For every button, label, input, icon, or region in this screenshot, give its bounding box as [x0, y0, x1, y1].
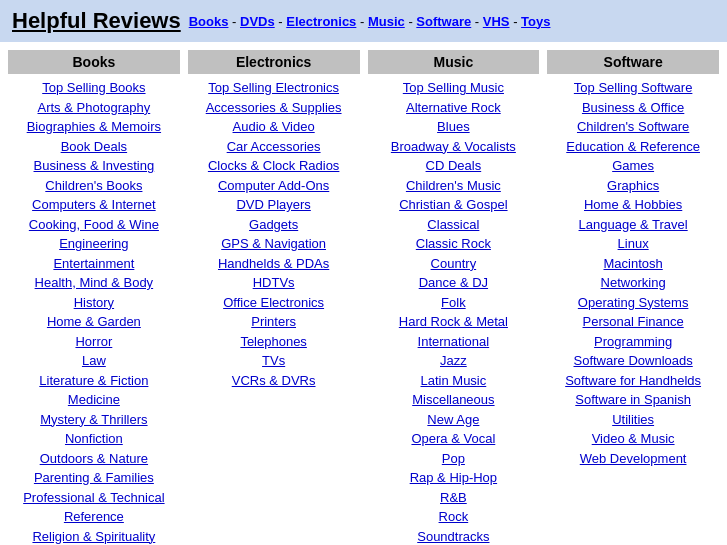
category-link[interactable]: Gadgets: [188, 215, 360, 235]
category-link[interactable]: HDTVs: [188, 273, 360, 293]
category-link[interactable]: New Age: [368, 410, 540, 430]
category-link[interactable]: GPS & Navigation: [188, 234, 360, 254]
category-link[interactable]: Folk: [368, 293, 540, 313]
category-link[interactable]: CD Deals: [368, 156, 540, 176]
category-link[interactable]: Linux: [547, 234, 719, 254]
category-link[interactable]: TVs: [188, 351, 360, 371]
category-link[interactable]: Utilities: [547, 410, 719, 430]
nav-link-software[interactable]: Software: [416, 14, 471, 29]
category-link[interactable]: Mystery & Thrillers: [8, 410, 180, 430]
column-books: BooksTop Selling BooksArts & Photography…: [4, 50, 184, 545]
nav-links: Books - DVDs - Electronics - Music - Sof…: [189, 14, 551, 29]
category-link[interactable]: Home & Hobbies: [547, 195, 719, 215]
category-link[interactable]: Law: [8, 351, 180, 371]
nav-link-music[interactable]: Music: [368, 14, 405, 29]
column-header-3: Software: [547, 50, 719, 74]
category-link[interactable]: Professional & Technical: [8, 488, 180, 508]
category-link[interactable]: Rap & Hip-Hop: [368, 468, 540, 488]
category-link[interactable]: Children's Software: [547, 117, 719, 137]
category-link[interactable]: Top Selling Electronics: [188, 78, 360, 98]
column-software: SoftwareTop Selling SoftwareBusiness & O…: [543, 50, 723, 545]
category-link[interactable]: Medicine: [8, 390, 180, 410]
category-link[interactable]: International: [368, 332, 540, 352]
category-link[interactable]: Computers & Internet: [8, 195, 180, 215]
category-link[interactable]: Programming: [547, 332, 719, 352]
category-link[interactable]: Literature & Fiction: [8, 371, 180, 391]
category-link[interactable]: Business & Office: [547, 98, 719, 118]
category-link[interactable]: Computer Add-Ons: [188, 176, 360, 196]
category-link[interactable]: Biographies & Memoirs: [8, 117, 180, 137]
category-link[interactable]: Business & Investing: [8, 156, 180, 176]
category-link[interactable]: Alternative Rock: [368, 98, 540, 118]
category-link[interactable]: Dance & DJ: [368, 273, 540, 293]
category-link[interactable]: Hard Rock & Metal: [368, 312, 540, 332]
category-link[interactable]: Accessories & Supplies: [188, 98, 360, 118]
category-link[interactable]: Outdoors & Nature: [8, 449, 180, 469]
category-link[interactable]: Book Deals: [8, 137, 180, 157]
category-link[interactable]: Language & Travel: [547, 215, 719, 235]
category-link[interactable]: Broadway & Vocalists: [368, 137, 540, 157]
category-link[interactable]: Graphics: [547, 176, 719, 196]
category-link[interactable]: Children's Music: [368, 176, 540, 196]
category-link[interactable]: Operating Systems: [547, 293, 719, 313]
category-link[interactable]: Office Electronics: [188, 293, 360, 313]
category-link[interactable]: History: [8, 293, 180, 313]
category-link[interactable]: Printers: [188, 312, 360, 332]
category-link[interactable]: Software in Spanish: [547, 390, 719, 410]
category-link[interactable]: DVD Players: [188, 195, 360, 215]
nav-link-books[interactable]: Books: [189, 14, 229, 29]
category-link[interactable]: Personal Finance: [547, 312, 719, 332]
category-link[interactable]: Nonfiction: [8, 429, 180, 449]
category-link[interactable]: Top Selling Software: [547, 78, 719, 98]
category-link[interactable]: Telephones: [188, 332, 360, 352]
page-header: Helpful Reviews Books - DVDs - Electroni…: [0, 0, 727, 42]
category-link[interactable]: Miscellaneous: [368, 390, 540, 410]
category-link[interactable]: VCRs & DVRs: [188, 371, 360, 391]
category-link[interactable]: Soundtracks: [368, 527, 540, 546]
category-link[interactable]: Country: [368, 254, 540, 274]
category-link[interactable]: Cooking, Food & Wine: [8, 215, 180, 235]
category-link[interactable]: Entertainment: [8, 254, 180, 274]
category-link[interactable]: Reference: [8, 507, 180, 527]
category-link[interactable]: Software Downloads: [547, 351, 719, 371]
nav-link-dvds[interactable]: DVDs: [240, 14, 275, 29]
category-link[interactable]: Rock: [368, 507, 540, 527]
category-link[interactable]: Classical: [368, 215, 540, 235]
category-link[interactable]: Video & Music: [547, 429, 719, 449]
category-link[interactable]: Games: [547, 156, 719, 176]
category-link[interactable]: Health, Mind & Body: [8, 273, 180, 293]
category-link[interactable]: Horror: [8, 332, 180, 352]
category-link[interactable]: Car Accessories: [188, 137, 360, 157]
category-link[interactable]: Blues: [368, 117, 540, 137]
column-music: MusicTop Selling MusicAlternative RockBl…: [364, 50, 544, 545]
category-link[interactable]: Handhelds & PDAs: [188, 254, 360, 274]
category-link[interactable]: Clocks & Clock Radios: [188, 156, 360, 176]
category-link[interactable]: Engineering: [8, 234, 180, 254]
category-link[interactable]: Christian & Gospel: [368, 195, 540, 215]
main-columns: BooksTop Selling BooksArts & Photography…: [0, 42, 727, 545]
category-link[interactable]: Top Selling Books: [8, 78, 180, 98]
category-link[interactable]: Macintosh: [547, 254, 719, 274]
category-link[interactable]: Classic Rock: [368, 234, 540, 254]
category-link[interactable]: Parenting & Families: [8, 468, 180, 488]
category-link[interactable]: Latin Music: [368, 371, 540, 391]
category-link[interactable]: Web Development: [547, 449, 719, 469]
category-link[interactable]: Home & Garden: [8, 312, 180, 332]
column-header-0: Books: [8, 50, 180, 74]
column-header-1: Electronics: [188, 50, 360, 74]
category-link[interactable]: Jazz: [368, 351, 540, 371]
category-link[interactable]: R&B: [368, 488, 540, 508]
nav-link-electronics[interactable]: Electronics: [286, 14, 356, 29]
category-link[interactable]: Software for Handhelds: [547, 371, 719, 391]
category-link[interactable]: Children's Books: [8, 176, 180, 196]
category-link[interactable]: Top Selling Music: [368, 78, 540, 98]
category-link[interactable]: Religion & Spirituality: [8, 527, 180, 546]
nav-link-toys[interactable]: Toys: [521, 14, 550, 29]
category-link[interactable]: Audio & Video: [188, 117, 360, 137]
nav-link-vhs[interactable]: VHS: [483, 14, 510, 29]
category-link[interactable]: Opera & Vocal: [368, 429, 540, 449]
category-link[interactable]: Education & Reference: [547, 137, 719, 157]
category-link[interactable]: Pop: [368, 449, 540, 469]
category-link[interactable]: Networking: [547, 273, 719, 293]
category-link[interactable]: Arts & Photography: [8, 98, 180, 118]
